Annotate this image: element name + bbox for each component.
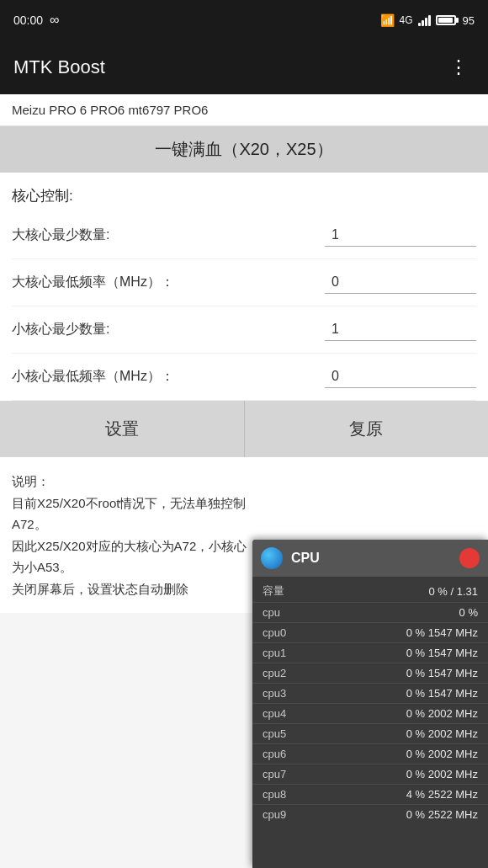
core-control-title: 核心控制:	[12, 173, 476, 212]
cpu-row-key: cpu8	[263, 788, 313, 801]
more-menu-icon[interactable]: ⋮	[443, 50, 475, 85]
big-core-freq-label: 大核心最低频率（MHz）：	[12, 274, 325, 291]
restore-button[interactable]: 复原	[245, 401, 489, 457]
cpu-row: cpu70 % 2002 MHz	[252, 764, 488, 785]
cpu-ball-icon	[261, 547, 283, 569]
cpu-panel: CPU 容量0 % / 1.31cpu0 %cpu00 % 1547 MHzcp…	[252, 540, 488, 868]
cpu-row: cpu10 % 1547 MHz	[252, 643, 488, 663]
description-line-0: 目前X25/X20不root情况下，无法单独控制	[12, 493, 476, 514]
cpu-row: cpu90 % 2522 MHz	[252, 805, 488, 824]
cpu-header: CPU	[252, 540, 488, 577]
app-title: MTK Boost	[13, 56, 105, 78]
cpu-row: cpu84 % 2522 MHz	[252, 785, 488, 805]
one-key-section: 一键满血（X20，X25）	[0, 126, 488, 173]
small-core-freq-input[interactable]	[325, 365, 476, 388]
cpu-row-key: cpu5	[263, 727, 313, 740]
device-info-text: Meizu PRO 6 PRO6 mt6797 PRO6	[12, 103, 208, 117]
cpu-row-key: cpu1	[263, 647, 313, 659]
cpu-row-value: 0 % 1547 MHz	[313, 667, 478, 679]
cpu-row-value: 0 % 1547 MHz	[313, 687, 478, 700]
one-key-button[interactable]: 一键满血（X20，X25）	[155, 138, 332, 161]
cpu-row-key: cpu3	[263, 687, 313, 700]
cpu-row-key: cpu	[263, 606, 313, 619]
cpu-row: cpu40 % 2002 MHz	[252, 704, 488, 724]
cpu-row-key: 容量	[263, 583, 313, 599]
small-core-freq-row: 小核心最低频率（MHz）：	[12, 354, 476, 401]
description-title: 说明：	[12, 471, 476, 493]
cpu-row: 容量0 % / 1.31	[252, 580, 488, 603]
status-left: 00:00 ∞	[13, 13, 59, 28]
cpu-row: cpu0 %	[252, 603, 488, 623]
status-time: 00:00	[13, 13, 43, 27]
cpu-row-key: cpu4	[263, 707, 313, 720]
cpu-row: cpu60 % 2002 MHz	[252, 744, 488, 764]
app-bar: MTK Boost ⋮	[0, 40, 488, 94]
cpu-row-key: cpu6	[263, 748, 313, 760]
set-button[interactable]: 设置	[0, 401, 245, 457]
device-info: Meizu PRO 6 PRO6 mt6797 PRO6	[0, 94, 488, 126]
cpu-row-value: 0 % 1547 MHz	[313, 647, 478, 659]
cpu-row-value: 0 % 2522 MHz	[313, 808, 478, 821]
status-bar: 00:00 ∞ 📶 4G 95	[0, 0, 488, 40]
cpu-table: 容量0 % / 1.31cpu0 %cpu00 % 1547 MHzcpu10 …	[252, 577, 488, 828]
big-core-freq-row: 大核心最低频率（MHz）：	[12, 259, 476, 306]
cpu-row-value: 0 % 2002 MHz	[313, 768, 478, 780]
cpu-row-value: 0 % 2002 MHz	[313, 707, 478, 720]
infinity-icon: ∞	[50, 13, 59, 28]
cpu-row-key: cpu7	[263, 768, 313, 780]
small-core-min-input[interactable]	[325, 318, 476, 341]
cpu-panel-title: CPU	[291, 551, 459, 566]
big-core-freq-input[interactable]	[325, 271, 476, 294]
small-core-min-row: 小核心最少数量:	[12, 306, 476, 354]
network-type: 4G	[400, 14, 413, 26]
small-core-min-label: 小核心最少数量:	[12, 321, 325, 338]
big-core-min-input[interactable]	[325, 224, 476, 247]
cpu-row-value: 0 % / 1.31	[313, 585, 478, 598]
cpu-row-key: cpu2	[263, 667, 313, 679]
cpu-row-value: 0 % 1547 MHz	[313, 626, 478, 639]
cpu-row-value: 0 % 2002 MHz	[313, 727, 478, 740]
cpu-row-value: 4 % 2522 MHz	[313, 788, 478, 801]
battery-icon	[436, 15, 456, 25]
wifi-icon: 📶	[380, 13, 395, 27]
cpu-record-button[interactable]	[459, 548, 480, 568]
cpu-row-key: cpu0	[263, 626, 313, 639]
signal-icon	[418, 14, 431, 26]
big-core-min-label: 大核心最少数量:	[12, 226, 325, 244]
cpu-row-value: 0 %	[313, 606, 478, 619]
status-right: 📶 4G 95	[380, 13, 475, 27]
cpu-row-key: cpu9	[263, 808, 313, 821]
small-core-freq-label: 小核心最低频率（MHz）：	[12, 368, 325, 386]
cpu-row: cpu00 % 1547 MHz	[252, 623, 488, 643]
cpu-row: cpu20 % 1547 MHz	[252, 663, 488, 684]
description-line-1: A72。	[12, 514, 476, 535]
battery-level: 95	[463, 14, 475, 27]
action-buttons: 设置 复原	[0, 401, 488, 457]
big-core-min-row: 大核心最少数量:	[12, 212, 476, 259]
cpu-row: cpu50 % 2002 MHz	[252, 724, 488, 744]
cpu-row-value: 0 % 2002 MHz	[313, 748, 478, 760]
cpu-row: cpu30 % 1547 MHz	[252, 684, 488, 704]
